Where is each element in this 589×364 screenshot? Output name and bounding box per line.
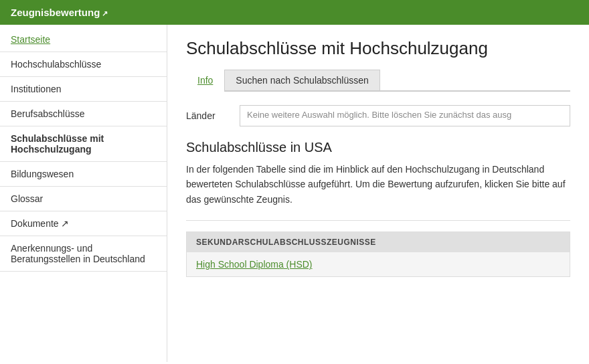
sidebar-item-dokumente[interactable]: Dokumente ↗: [0, 211, 167, 236]
sidebar: StartseiteHochschulabschlüsseInstitution…: [0, 25, 167, 362]
laender-label: Länder: [186, 110, 240, 121]
cert-link-hsd[interactable]: High School Diploma (HSD): [196, 259, 313, 270]
table-section-body: High School Diploma (HSD): [187, 252, 570, 276]
sidebar-item-anerkennungs[interactable]: Anerkennungs- und Beratungsstellen in De…: [0, 236, 167, 272]
sidebar-item-institutionen[interactable]: Institutionen: [0, 77, 167, 102]
main-layout: StartseiteHochschulabschlüsseInstitution…: [0, 25, 589, 362]
section-desc: In der folgenden Tabelle sind die im Hin…: [186, 162, 570, 207]
sidebar-item-glossar[interactable]: Glossar: [0, 187, 167, 211]
tab-suchen[interactable]: Suchen nach Schulabschlüssen: [224, 70, 380, 92]
tab-info[interactable]: Info: [186, 70, 224, 92]
laender-row: Länder Keine weitere Auswahl möglich. Bi…: [186, 105, 570, 126]
laender-input[interactable]: Keine weitere Auswahl möglich. Bitte lös…: [240, 105, 570, 126]
tabs-bar: Info Suchen nach Schulabschlüssen: [186, 70, 570, 92]
main-content: Schulabschlüsse mit Hochschulzugang Info…: [167, 25, 589, 362]
table-section-header: SEKUNDARSCHULABSCHLUSSZEUGNISSE: [187, 232, 570, 252]
sidebar-item-hochschulabschluesse[interactable]: Hochschulabschlüsse: [0, 52, 167, 77]
header-title[interactable]: Zeugnisbewertung: [11, 7, 108, 18]
sidebar-item-schulabschluesse[interactable]: Schulabschlüsse mit Hochschulzugang: [0, 126, 167, 162]
sidebar-item-berufsabschluesse[interactable]: Berufsabschlüsse: [0, 102, 167, 126]
app-header: Zeugnisbewertung: [0, 0, 589, 25]
table-section: SEKUNDARSCHULABSCHLUSSZEUGNISSE High Sch…: [186, 232, 570, 277]
divider: [186, 220, 570, 221]
section-title: Schulabschlüsse in USA: [186, 140, 570, 155]
page-title: Schulabschlüsse mit Hochschulzugang: [186, 38, 570, 59]
sidebar-item-startseite[interactable]: Startseite: [0, 27, 167, 52]
sidebar-item-bildungswesen[interactable]: Bildungswesen: [0, 162, 167, 187]
